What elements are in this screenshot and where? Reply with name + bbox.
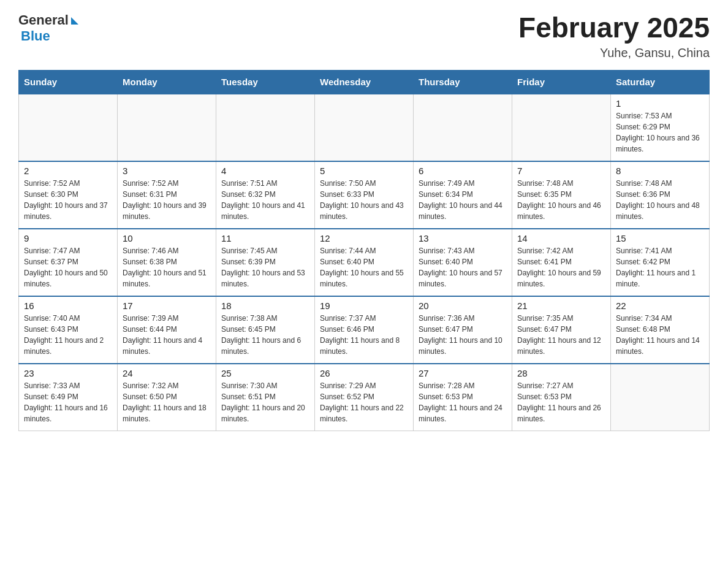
calendar-cell: 11Sunrise: 7:45 AMSunset: 6:39 PMDayligh…	[216, 229, 315, 296]
calendar-week-row: 2Sunrise: 7:52 AMSunset: 6:30 PMDaylight…	[19, 161, 710, 229]
calendar-cell: 12Sunrise: 7:44 AMSunset: 6:40 PMDayligh…	[315, 229, 414, 296]
day-number: 8	[616, 166, 704, 176]
day-number: 24	[123, 368, 211, 378]
page-header: General Blue February 2025 Yuhe, Gansu, …	[18, 12, 710, 60]
calendar-cell: 23Sunrise: 7:33 AMSunset: 6:49 PMDayligh…	[19, 364, 118, 431]
calendar-cell: 1Sunrise: 7:53 AMSunset: 6:29 PMDaylight…	[611, 94, 710, 161]
day-number: 19	[320, 301, 408, 311]
calendar-cell: 26Sunrise: 7:29 AMSunset: 6:52 PMDayligh…	[315, 364, 414, 431]
day-info: Sunrise: 7:50 AMSunset: 6:33 PMDaylight:…	[320, 178, 408, 222]
day-number: 28	[517, 368, 605, 378]
day-info: Sunrise: 7:34 AMSunset: 6:48 PMDaylight:…	[616, 313, 704, 357]
day-number: 10	[123, 233, 211, 243]
day-number: 17	[123, 301, 211, 311]
calendar-cell	[118, 94, 216, 161]
day-info: Sunrise: 7:44 AMSunset: 6:40 PMDaylight:…	[320, 245, 408, 289]
day-number: 3	[123, 166, 211, 176]
day-number: 18	[221, 301, 309, 311]
logo: General Blue	[18, 12, 78, 44]
day-info: Sunrise: 7:48 AMSunset: 6:35 PMDaylight:…	[517, 178, 605, 222]
day-info: Sunrise: 7:45 AMSunset: 6:39 PMDaylight:…	[221, 245, 309, 289]
day-info: Sunrise: 7:52 AMSunset: 6:31 PMDaylight:…	[123, 178, 211, 222]
weekday-header-wednesday: Wednesday	[315, 70, 414, 94]
calendar-cell: 14Sunrise: 7:42 AMSunset: 6:41 PMDayligh…	[512, 229, 611, 296]
day-number: 9	[24, 233, 112, 243]
calendar-cell	[19, 94, 118, 161]
day-number: 11	[221, 233, 309, 243]
calendar-cell: 25Sunrise: 7:30 AMSunset: 6:51 PMDayligh…	[216, 364, 315, 431]
logo-text-general: General	[18, 12, 69, 28]
calendar-table: SundayMondayTuesdayWednesdayThursdayFrid…	[18, 70, 710, 432]
calendar-cell: 2Sunrise: 7:52 AMSunset: 6:30 PMDaylight…	[19, 161, 118, 229]
day-info: Sunrise: 7:28 AMSunset: 6:53 PMDaylight:…	[419, 380, 507, 424]
calendar-cell: 24Sunrise: 7:32 AMSunset: 6:50 PMDayligh…	[118, 364, 216, 431]
day-number: 5	[320, 166, 408, 176]
calendar-cell: 6Sunrise: 7:49 AMSunset: 6:34 PMDaylight…	[414, 161, 512, 229]
calendar-cell: 10Sunrise: 7:46 AMSunset: 6:38 PMDayligh…	[118, 229, 216, 296]
weekday-header-friday: Friday	[512, 70, 611, 94]
day-number: 25	[221, 368, 309, 378]
day-info: Sunrise: 7:32 AMSunset: 6:50 PMDaylight:…	[123, 380, 211, 424]
calendar-cell	[611, 364, 710, 431]
day-info: Sunrise: 7:29 AMSunset: 6:52 PMDaylight:…	[320, 380, 408, 424]
day-number: 1	[616, 98, 704, 109]
calendar-week-row: 9Sunrise: 7:47 AMSunset: 6:37 PMDaylight…	[19, 229, 710, 296]
calendar-week-row: 1Sunrise: 7:53 AMSunset: 6:29 PMDaylight…	[19, 94, 710, 161]
day-number: 13	[419, 233, 507, 243]
day-number: 22	[616, 301, 704, 311]
location-title: Yuhe, Gansu, China	[518, 46, 710, 60]
day-info: Sunrise: 7:38 AMSunset: 6:45 PMDaylight:…	[221, 313, 309, 357]
day-number: 20	[419, 301, 507, 311]
calendar-cell: 3Sunrise: 7:52 AMSunset: 6:31 PMDaylight…	[118, 161, 216, 229]
day-number: 4	[221, 166, 309, 176]
day-info: Sunrise: 7:43 AMSunset: 6:40 PMDaylight:…	[419, 245, 507, 289]
calendar-cell: 7Sunrise: 7:48 AMSunset: 6:35 PMDaylight…	[512, 161, 611, 229]
day-number: 26	[320, 368, 408, 378]
day-info: Sunrise: 7:37 AMSunset: 6:46 PMDaylight:…	[320, 313, 408, 357]
calendar-cell: 5Sunrise: 7:50 AMSunset: 6:33 PMDaylight…	[315, 161, 414, 229]
calendar-cell: 4Sunrise: 7:51 AMSunset: 6:32 PMDaylight…	[216, 161, 315, 229]
calendar-week-row: 23Sunrise: 7:33 AMSunset: 6:49 PMDayligh…	[19, 364, 710, 431]
calendar-cell: 20Sunrise: 7:36 AMSunset: 6:47 PMDayligh…	[414, 296, 512, 364]
day-info: Sunrise: 7:35 AMSunset: 6:47 PMDaylight:…	[517, 313, 605, 357]
day-info: Sunrise: 7:30 AMSunset: 6:51 PMDaylight:…	[221, 380, 309, 424]
calendar-cell: 15Sunrise: 7:41 AMSunset: 6:42 PMDayligh…	[611, 229, 710, 296]
month-title: February 2025	[518, 12, 710, 44]
weekday-header-row: SundayMondayTuesdayWednesdayThursdayFrid…	[19, 70, 710, 94]
day-info: Sunrise: 7:41 AMSunset: 6:42 PMDaylight:…	[616, 245, 704, 289]
calendar-cell: 22Sunrise: 7:34 AMSunset: 6:48 PMDayligh…	[611, 296, 710, 364]
day-number: 21	[517, 301, 605, 311]
weekday-header-thursday: Thursday	[414, 70, 512, 94]
calendar-cell: 13Sunrise: 7:43 AMSunset: 6:40 PMDayligh…	[414, 229, 512, 296]
title-area: February 2025 Yuhe, Gansu, China	[518, 12, 710, 60]
day-number: 16	[24, 301, 112, 311]
day-info: Sunrise: 7:42 AMSunset: 6:41 PMDaylight:…	[517, 245, 605, 289]
calendar-cell	[414, 94, 512, 161]
day-number: 7	[517, 166, 605, 176]
day-number: 6	[419, 166, 507, 176]
calendar-cell	[315, 94, 414, 161]
day-info: Sunrise: 7:53 AMSunset: 6:29 PMDaylight:…	[616, 110, 704, 155]
weekday-header-sunday: Sunday	[19, 70, 118, 94]
calendar-cell: 16Sunrise: 7:40 AMSunset: 6:43 PMDayligh…	[19, 296, 118, 364]
calendar-cell	[512, 94, 611, 161]
day-info: Sunrise: 7:47 AMSunset: 6:37 PMDaylight:…	[24, 245, 112, 289]
day-info: Sunrise: 7:46 AMSunset: 6:38 PMDaylight:…	[123, 245, 211, 289]
day-info: Sunrise: 7:33 AMSunset: 6:49 PMDaylight:…	[24, 380, 112, 424]
day-info: Sunrise: 7:51 AMSunset: 6:32 PMDaylight:…	[221, 178, 309, 222]
calendar-cell: 9Sunrise: 7:47 AMSunset: 6:37 PMDaylight…	[19, 229, 118, 296]
weekday-header-saturday: Saturday	[611, 70, 710, 94]
day-number: 15	[616, 233, 704, 243]
weekday-header-tuesday: Tuesday	[216, 70, 315, 94]
calendar-cell: 28Sunrise: 7:27 AMSunset: 6:53 PMDayligh…	[512, 364, 611, 431]
day-number: 27	[419, 368, 507, 378]
day-info: Sunrise: 7:48 AMSunset: 6:36 PMDaylight:…	[616, 178, 704, 222]
calendar-cell: 27Sunrise: 7:28 AMSunset: 6:53 PMDayligh…	[414, 364, 512, 431]
day-number: 14	[517, 233, 605, 243]
day-info: Sunrise: 7:36 AMSunset: 6:47 PMDaylight:…	[419, 313, 507, 357]
logo-text-blue: Blue	[21, 28, 50, 44]
day-info: Sunrise: 7:40 AMSunset: 6:43 PMDaylight:…	[24, 313, 112, 357]
calendar-week-row: 16Sunrise: 7:40 AMSunset: 6:43 PMDayligh…	[19, 296, 710, 364]
calendar-cell: 8Sunrise: 7:48 AMSunset: 6:36 PMDaylight…	[611, 161, 710, 229]
day-number: 23	[24, 368, 112, 378]
